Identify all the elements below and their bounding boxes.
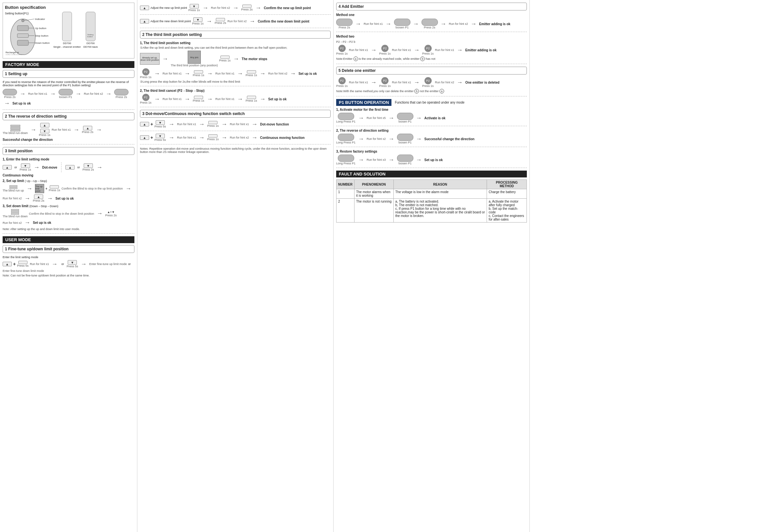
step-p2-c1: P2 Press 1s xyxy=(140,94,151,104)
arrow-m1-4: → xyxy=(441,21,446,27)
activate-ok-label: Activate is ok xyxy=(424,116,446,120)
arrow-f2: → xyxy=(81,261,87,268)
emitter-back: Setting button DD700 DD700 back xyxy=(83,12,98,49)
motor-stops-label: The motor stops xyxy=(242,57,267,61)
arrow3: → xyxy=(76,91,81,97)
fault-cell-phenomenon-0: The motor alarms when it is working xyxy=(354,189,393,199)
down-btn-limit: ▼ xyxy=(21,163,30,168)
arrow-res2: → xyxy=(389,157,394,163)
p2-btn-t1: P2 xyxy=(142,68,149,76)
fault-row-1: 2The motor is not runninga, The battery … xyxy=(336,199,527,223)
svg-text:solar rechargeable: solar rechargeable xyxy=(6,54,24,55)
restore-factory-label: 3, Restore factory settings xyxy=(336,150,527,153)
step-down-dot: ▼ Press 5s xyxy=(154,120,166,128)
page-container: Button specification Setting button(P1) xyxy=(0,0,778,532)
note-cannot: Note: Can not be fine-tune up/down limit… xyxy=(3,274,134,277)
step-hint-x2-m1: Run for hint x2 xyxy=(449,22,468,25)
remote-svg: Up button Stop button Down button Indica… xyxy=(5,16,51,55)
fault-cell-number-0: 1 xyxy=(336,189,355,199)
reverse-dir-p1-step: Long Press P1 → Run for hint x2 → loosen… xyxy=(336,134,527,144)
arrow-del1: → xyxy=(371,79,377,86)
divider3 xyxy=(3,233,134,234)
divider-t1 xyxy=(140,86,331,86)
one-emitter-deleted: One emitter is deleted xyxy=(465,81,499,84)
reverse-title: 2 The reverse of direction setting xyxy=(5,114,67,119)
arrow-e3: → xyxy=(221,134,227,141)
add-emitter-section: 4 Add Emitter xyxy=(336,3,527,10)
stop-btn-adj xyxy=(242,5,251,8)
note-delete: Note:With the same method,you only can d… xyxy=(336,89,527,93)
step-hint-x1-del2: Run for hint x1 xyxy=(392,81,411,84)
p1-button-header: P1 BUTTON OPERATION xyxy=(336,99,391,106)
enter-fine-down: Enter fine-tune down limit mode xyxy=(3,269,44,273)
step-loosen-m1: loosen P1 xyxy=(394,19,410,29)
step-stop-adj: Press 2s xyxy=(241,5,253,11)
cont-func-step: ▲ + ▼ Press 5s → Run for hint x1 → Press… xyxy=(140,134,331,142)
arrow-t1: → xyxy=(162,56,168,63)
any-position-box: Any pos The third limit position (any po… xyxy=(171,51,218,67)
button-spec-section: Button specification Setting button(P1) xyxy=(3,3,134,59)
stop-btn-cont xyxy=(208,134,218,138)
emitter-adding-ok-m1: Emitter adding is ok xyxy=(479,22,511,26)
button-spec-title: Button specification xyxy=(5,5,132,10)
set-up-limit-step: The blind run up → The up limit point + … xyxy=(3,184,134,202)
arrow-rev1: → xyxy=(358,136,364,143)
step-hint-x1-r: Run for hint x1 xyxy=(52,128,71,131)
stop-btn-adj2 xyxy=(216,18,225,21)
up-btn-cont2: ▲ xyxy=(140,135,149,140)
fault-cell-method-1: a, Activate the motor after fully charge… xyxy=(487,199,527,223)
arrow-c3: → xyxy=(207,96,213,103)
arrow-e1: → xyxy=(168,134,174,141)
fault-cell-method-0: Charge the battery xyxy=(487,189,527,199)
confirm-blind-down: Confirm the Blind to stop in the down li… xyxy=(29,212,94,215)
step-p2-d3: P2 Press 1s xyxy=(422,77,434,88)
up-btn-fine: ▲ xyxy=(3,262,12,266)
step-hint-x1-m2c: Run for hint x1 xyxy=(435,49,454,52)
step-stop-adj2: Press 2s xyxy=(215,18,226,24)
divider-d1 xyxy=(140,131,331,131)
fine-tune-title: 1 Fine-tune up/down limit position xyxy=(5,247,69,251)
method-one-step: Press 2s → Run for hint x1 → loosen P1 →… xyxy=(336,19,527,29)
arrow-m2-1: → xyxy=(371,47,377,54)
or-label-1: or xyxy=(14,166,17,169)
step-hint-x1-m1: Run for hint x1 xyxy=(364,22,383,25)
step-loosen: loosen P1 xyxy=(59,89,73,99)
up-btn-final: ▲ xyxy=(34,194,43,199)
fault-table-body: 1The motor alarms when it is workingThe … xyxy=(336,189,527,223)
step-hint-x1-d1: Run for hint x1 xyxy=(177,122,196,126)
note-after-limit: Note: After setting up the up and down l… xyxy=(3,228,134,231)
setting-up-desc: If you need to reverse the rotaeon of th… xyxy=(3,80,134,87)
third-limit-title: 2 The third limit position setting xyxy=(142,32,202,37)
arrow-del3: → xyxy=(457,79,463,86)
setting-up-section: 1 Setting up xyxy=(3,70,134,78)
stop-btn-t2 xyxy=(194,70,203,74)
set-up-ok-t: Set up is ok xyxy=(299,72,317,76)
enter-limit-step: ▲ or ▼ Press 1s → Dot-move ▲ or ▼ Press … xyxy=(3,162,134,177)
arrow-m1-2: → xyxy=(386,21,391,27)
arrow-r2: → xyxy=(74,126,79,133)
step-p2-t1: P2 Press 1s xyxy=(140,68,151,79)
svg-text:Indicator: Indicator xyxy=(35,18,45,21)
fault-table: NUMBER PHENOMENON REASON PROCESSING METH… xyxy=(336,179,527,223)
arrow-d3: → xyxy=(221,121,227,128)
p1-operation-header-row: P1 BUTTON OPERATION Functions that can b… xyxy=(336,99,527,106)
up-btn-adj: ▲ xyxy=(140,6,149,10)
device-image-area: Setting button(P1) Up button Stop button xyxy=(5,12,132,54)
arrow-t3: → xyxy=(154,70,160,77)
p2-btn-c1: P2 xyxy=(142,94,149,101)
fault-table-header-row: NUMBER PHENOMENON REASON PROCESSING METH… xyxy=(336,180,527,189)
fault-cell-reason-1: a, The battery is not activated. b, The … xyxy=(393,199,487,223)
step-hint-x2-e1: Run for hint x2 xyxy=(230,136,249,139)
arrow-res3: → xyxy=(416,157,422,163)
arrow-r3: → xyxy=(96,126,102,133)
set-down-limit-step: The blind run down Confirm the Blind to … xyxy=(3,209,134,226)
step-hint-x1-del1: Run for hint x1 xyxy=(349,81,368,84)
step-emitter-restore: Long Press P1 xyxy=(336,155,356,165)
step-up-plus: + xyxy=(46,187,48,190)
arrow5: → xyxy=(4,100,10,107)
column-3: 4 Add Emitter Method one Press 2s → Run … xyxy=(333,0,530,532)
successful-change: Successful change the direction xyxy=(3,138,53,142)
svg-rect-1 xyxy=(17,25,28,31)
step-stop-c2: Press 1s xyxy=(246,96,257,102)
fault-cell-number-1: 2 xyxy=(336,199,355,223)
